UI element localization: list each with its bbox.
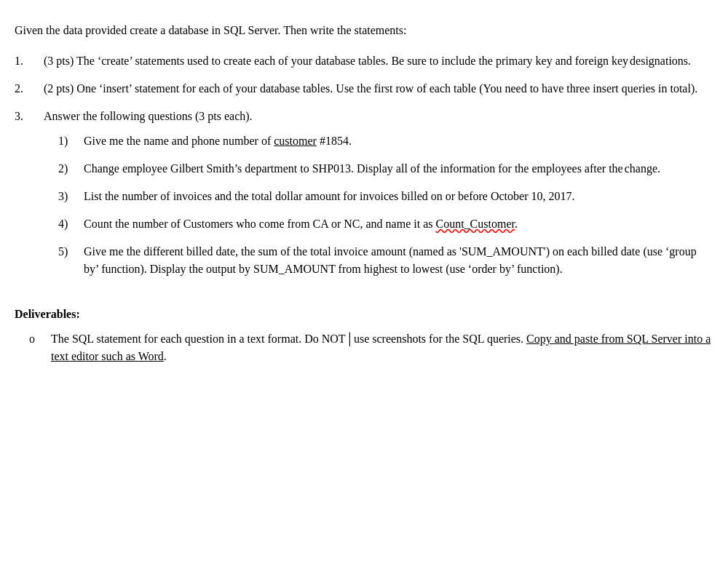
bullet-item-1: o The SQL statement for each question in… (29, 330, 713, 365)
list-num-1: 1. (15, 52, 44, 70)
sub-num-4: 4) (58, 215, 84, 233)
sub-text-after-1: #1854. (317, 135, 352, 147)
numbered-list: 1. (3 pts) The ‘create’ statements used … (15, 52, 713, 288)
sub-item-5: 5) Give me the different billed date, th… (58, 243, 713, 278)
list-item-1: 1. (3 pts) The ‘create’ statements used … (15, 52, 713, 70)
list-content-3: Answer the following questions (3 pts ea… (44, 108, 713, 288)
list-content-2: (2 pts) One ‘insert’ statement for each … (44, 80, 713, 98)
sub-item-4: 4) Count the number of Customers who com… (58, 215, 713, 233)
count-customer-squiggly: Count_Customer (435, 218, 514, 230)
bullet-text-after-1: . (164, 350, 167, 362)
list-content-1: (3 pts) The ‘create’ statements used to … (44, 52, 713, 70)
intro-text: Given the data provided create a databas… (15, 22, 713, 39)
sub-content-5: Give me the different billed date, the s… (84, 243, 713, 278)
list-num-2: 2. (15, 80, 44, 98)
sub-num-1: 1) (58, 132, 84, 150)
sub-num-3: 3) (58, 188, 84, 205)
sub-num-2: 2) (58, 160, 84, 178)
sub-item-3: 3) List the number of invoices and the t… (58, 188, 713, 205)
sub-content-4: Count the number of Customers who come f… (84, 215, 713, 233)
sub-content-1: Give me the name and phone number of cus… (84, 132, 713, 150)
bullet-content-1: The SQL statement for each question in a… (51, 330, 713, 365)
sub-text-after-4: . (515, 218, 518, 230)
bullet-text-before-1: The SQL statement for each question in a… (51, 333, 526, 345)
list-item-3: 3. Answer the following questions (3 pts… (15, 108, 713, 288)
deliverables-title: Deliverables: (15, 306, 713, 323)
list-num-3: 3. (15, 108, 44, 125)
list-content-3-text: Answer the following questions (3 pts ea… (44, 110, 253, 122)
sub-content-3: List the number of invoices and the tota… (84, 188, 713, 205)
deliverables-section: Deliverables: o The SQL statement for ea… (15, 306, 713, 365)
bullet-list: o The SQL statement for each question in… (29, 330, 713, 365)
sub-item-2: 2) Change employee Gilbert Smith’s depar… (58, 160, 713, 178)
bullet-symbol-1: o (29, 330, 51, 348)
sub-text-before-4: Count the number of Customers who come f… (84, 218, 435, 230)
sub-content-2: Change employee Gilbert Smith’s departme… (84, 160, 713, 178)
sub-item-1: 1) Give me the name and phone number of … (58, 132, 713, 150)
sub-numbered-list: 1) Give me the name and phone number of … (58, 132, 713, 278)
list-item-2: 2. (2 pts) One ‘insert’ statement for ea… (15, 80, 713, 98)
customer-link: customer (274, 135, 317, 147)
sub-text-before-1: Give me the name and phone number of (84, 135, 274, 147)
sub-num-5: 5) (58, 243, 84, 260)
